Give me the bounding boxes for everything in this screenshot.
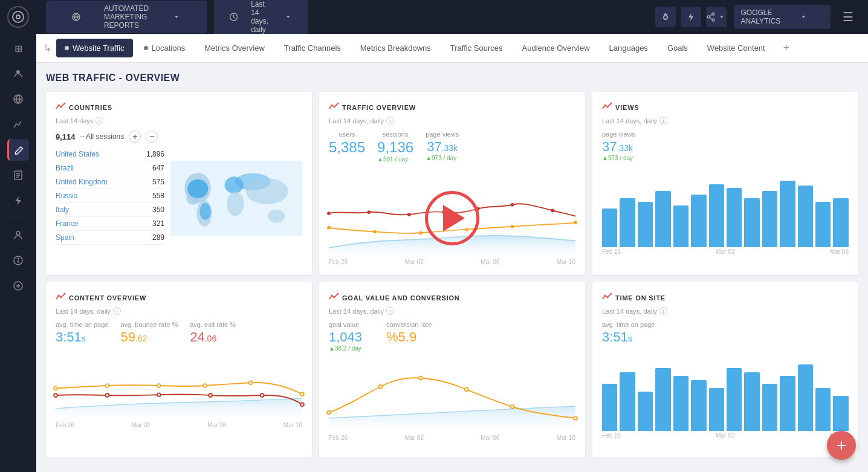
date-selector[interactable]: Last 14 days, daily <box>214 0 308 37</box>
home-icon[interactable]: ⊞ <box>7 37 29 59</box>
svg-point-69 <box>106 393 109 397</box>
edit-icon[interactable] <box>7 139 29 161</box>
country-row[interactable]: Russia 558 <box>56 189 164 203</box>
sidebar: ⊞ <box>0 0 36 472</box>
conversion-rate-val: %5.9 <box>386 329 432 345</box>
bar <box>780 376 795 431</box>
svg-marker-17 <box>287 16 290 18</box>
views-info-icon[interactable]: i <box>659 117 667 124</box>
analytics-selector[interactable]: GOOGLE ANALYTICS <box>734 5 831 29</box>
globe-icon[interactable] <box>7 88 29 110</box>
fab-add-button[interactable]: + <box>827 431 856 460</box>
tab-metrics-breakdowns[interactable]: Metrics Breakdowns <box>352 39 439 57</box>
svg-point-84 <box>607 297 609 299</box>
tab-audience-overview[interactable]: Audience Overview <box>514 39 598 57</box>
tab-website-content[interactable]: Website Content <box>699 39 774 57</box>
content-info-icon[interactable]: i <box>113 307 121 315</box>
tab-goals[interactable]: Goals <box>659 39 696 57</box>
content-overview-header: CONTENT OVERVIEW <box>56 292 302 303</box>
minus-country-btn[interactable]: − <box>146 131 158 143</box>
country-value: 1,896 <box>146 150 164 158</box>
cards-grid-top: COUNTRIES Last 14 days i 9,114 – All ses… <box>46 92 858 275</box>
views-axis-labels: Feb 16 Mar 03 Mar 08 <box>602 248 849 255</box>
bounce-rate-label: avg. bounce rate % <box>120 321 178 328</box>
views-bar-chart <box>602 175 849 247</box>
content-metrics-row: avg. time on page 3:51s avg. bounce rate… <box>56 321 302 345</box>
goal-axis-labels: Feb 26 Mar 02 Mar 06 Mar 10 <box>329 435 575 441</box>
world-map-svg <box>170 138 302 259</box>
svg-point-2 <box>16 70 20 74</box>
tab-dot <box>65 46 69 50</box>
time-axis-labels: Feb 16 Mar 03 Mar 08 <box>602 432 849 439</box>
users-value: 5,385 <box>329 139 365 156</box>
content-overview-subtitle: Last 14 days, daily i <box>56 307 302 315</box>
menu-button[interactable]: ☰ <box>838 7 858 27</box>
svg-point-85 <box>611 293 612 295</box>
svg-point-65 <box>203 384 207 387</box>
svg-line-23 <box>710 18 712 19</box>
country-name: Brazil <box>56 164 74 172</box>
svg-point-36 <box>246 178 288 204</box>
svg-point-78 <box>379 385 383 389</box>
goal-info-icon[interactable]: i <box>386 307 394 315</box>
tab-locations[interactable]: Locations <box>135 39 194 57</box>
bar <box>602 209 617 247</box>
tab-website-traffic[interactable]: Website Traffic <box>56 39 133 57</box>
sessions-metric: sessions 9,136 ▲501 / day <box>377 131 413 163</box>
lightning-icon[interactable] <box>7 190 29 212</box>
fire-icon-btn[interactable] <box>655 7 676 27</box>
bar <box>673 205 688 247</box>
share-icon-btn[interactable] <box>706 7 727 27</box>
bar <box>620 198 635 247</box>
sessions-value: 9,136 <box>377 139 413 156</box>
person-icon[interactable] <box>7 224 29 246</box>
info-circle-icon[interactable] <box>7 250 29 271</box>
graph-icon[interactable] <box>7 114 29 135</box>
play-button[interactable] <box>425 191 479 245</box>
pageviews-label: page views <box>426 131 459 138</box>
bar <box>780 181 795 247</box>
svg-point-70 <box>157 393 161 396</box>
people-icon[interactable] <box>7 63 29 85</box>
svg-marker-15 <box>175 16 178 18</box>
bar <box>744 372 759 431</box>
country-row[interactable]: United Kingdom 575 <box>56 175 164 189</box>
country-row[interactable]: Brazil 647 <box>56 161 164 175</box>
tab-traffic-sources[interactable]: Traffic Sources <box>442 39 511 57</box>
views-card: VIEWS Last 14 days, daily i page views 3… <box>592 92 858 275</box>
currency-icon[interactable] <box>7 275 29 297</box>
bar <box>727 368 742 431</box>
country-row[interactable]: Spain 289 <box>56 231 164 245</box>
time-bar-chart <box>602 358 849 431</box>
date-label: Last 14 days, daily <box>251 0 271 34</box>
tab-languages[interactable]: Languages <box>601 39 656 57</box>
back-icon[interactable]: ↳ <box>44 42 51 54</box>
country-row[interactable]: France 321 <box>56 217 164 231</box>
bar <box>833 198 848 247</box>
bar <box>602 384 617 431</box>
lightning-icon-btn[interactable] <box>681 7 701 27</box>
views-metric-area: page views 37.33k ▲973 / day <box>602 131 849 161</box>
bar <box>709 388 724 431</box>
users-label: users <box>329 131 365 138</box>
traffic-info-icon[interactable]: i <box>386 117 394 124</box>
add-country-btn[interactable]: + <box>129 131 141 143</box>
tab-metrics-overview[interactable]: Metrics Overview <box>196 39 273 57</box>
add-tab-button[interactable]: + <box>779 39 795 57</box>
bar <box>798 186 813 247</box>
tab-traffic-channels[interactable]: Traffic Channels <box>276 39 349 57</box>
document-icon[interactable] <box>7 164 29 186</box>
logo[interactable] <box>7 6 29 28</box>
analytics-label: GOOGLE ANALYTICS <box>741 8 781 25</box>
svg-point-42 <box>337 103 339 105</box>
traffic-subtitle: Last 14 days, daily i <box>329 117 575 124</box>
bar <box>709 184 724 247</box>
time-info-icon[interactable]: i <box>659 307 667 315</box>
countries-info-icon[interactable]: i <box>96 117 103 124</box>
svg-point-56 <box>604 105 606 106</box>
country-row[interactable]: United States 1,896 <box>56 147 164 161</box>
time-on-page-metric: avg. time on page 3:51s <box>56 321 108 345</box>
report-selector[interactable]: AUTOMATED MARKETING REPORTS <box>46 1 207 33</box>
time-metric-value: 3:51s <box>602 329 849 345</box>
country-row[interactable]: Italy 350 <box>56 203 164 217</box>
